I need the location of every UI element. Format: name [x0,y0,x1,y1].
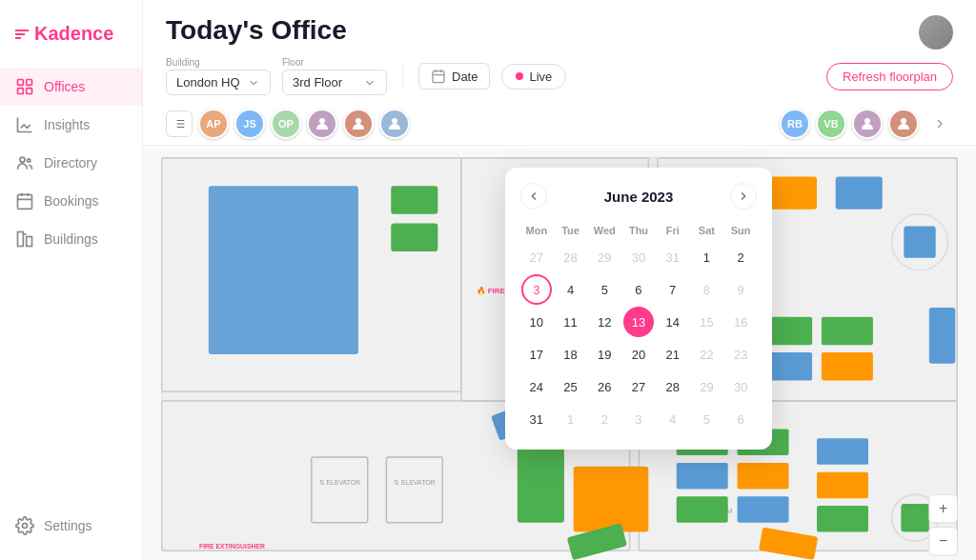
svg-text:⇅ ELEVATOR: ⇅ ELEVATOR [394,479,435,486]
cal-day[interactable]: 28 [658,371,688,402]
floor-select[interactable]: 3rd Floor [282,70,387,95]
person-icon [314,115,331,132]
main-content: Today's Office Building London HQ Floor … [143,0,976,560]
cal-day[interactable]: 26 [589,371,620,402]
svg-point-9 [23,524,28,529]
settings-icon [15,516,34,535]
cal-day-3[interactable]: 3 [521,274,552,305]
cal-day[interactable]: 18 [556,339,586,370]
next-month-button[interactable] [730,183,757,210]
svg-rect-2 [18,89,24,94]
cal-day[interactable]: 28 [556,242,586,272]
cal-day[interactable]: 24 [521,371,552,402]
building-label: Building [166,57,271,68]
sidebar-item-settings[interactable]: Settings [0,507,142,545]
cal-day[interactable]: 2 [725,242,756,272]
list-view-icon[interactable] [166,110,193,137]
cal-day[interactable]: 6 [623,274,654,305]
person-icon [386,115,403,132]
cal-day[interactable]: 5 [691,404,722,434]
cal-day[interactable]: 2 [589,404,620,434]
svg-rect-51 [817,438,868,464]
cal-day[interactable]: 10 [521,307,552,337]
cal-day[interactable]: 31 [658,242,688,272]
avatar-3[interactable] [379,109,410,139]
avatar-vb[interactable]: VB [816,109,846,139]
cal-day[interactable]: 30 [725,371,756,402]
cal-day[interactable]: 29 [691,371,722,402]
avatar-1[interactable] [307,109,337,139]
sidebar-item-buildings[interactable]: Buildings [0,220,142,258]
cal-day[interactable]: 6 [725,404,756,434]
svg-rect-20 [391,224,437,251]
prev-month-button[interactable] [520,183,547,210]
live-button[interactable]: Live [501,64,566,90]
svg-rect-27 [929,308,955,364]
cal-day[interactable]: 15 [691,307,722,337]
person-icon [350,115,367,132]
cal-day[interactable]: 12 [589,307,620,337]
floor-value: 3rd Floor [293,75,342,90]
avatar-image [919,15,953,50]
avatar-op[interactable]: OP [271,109,301,139]
page-header: Today's Office [143,0,976,50]
avatar-js[interactable]: JS [234,109,265,139]
cal-day[interactable]: 14 [658,307,688,337]
cal-day[interactable]: 1 [691,242,722,272]
cal-day[interactable]: 23 [725,339,756,370]
svg-rect-7 [18,232,24,247]
list-icon [173,117,186,130]
cal-day[interactable]: 9 [725,274,756,305]
building-select[interactable]: London HQ [166,70,271,95]
svg-text:⇅ ELEVATOR: ⇅ ELEVATOR [319,479,360,486]
dow-sat: Sat [691,221,723,240]
svg-rect-18 [209,186,358,354]
sidebar-item-insights[interactable]: Insights [0,106,142,144]
avatar-ap[interactable]: AP [198,109,229,139]
cal-day[interactable]: 4 [658,404,688,434]
cal-day[interactable]: 21 [658,339,688,370]
date-button[interactable]: Date [418,63,490,90]
cal-day[interactable]: 4 [556,274,586,305]
cal-day[interactable]: 22 [691,339,722,370]
sidebar-item-bookings[interactable]: Bookings [0,182,142,220]
directory-icon [15,153,34,172]
dow-thu: Thu [622,221,655,240]
cal-day[interactable]: 19 [589,339,620,370]
svg-rect-29 [822,317,873,345]
cal-day[interactable]: 27 [521,242,552,272]
date-label: Date [452,70,478,84]
cal-day[interactable]: 25 [556,371,586,402]
sidebar-item-bookings-label: Bookings [44,193,99,209]
cal-day-13[interactable]: 13 [623,307,654,337]
cal-day[interactable]: 17 [521,339,552,370]
svg-rect-10 [433,71,444,83]
sidebar-item-directory[interactable]: Directory [0,144,142,182]
sidebar-item-directory-label: Directory [44,155,97,170]
buildings-icon [15,230,34,249]
more-avatars-button[interactable] [926,110,953,137]
cal-day[interactable]: 8 [691,274,722,305]
cal-day[interactable]: 27 [623,371,654,402]
sidebar-item-offices[interactable]: Offices [0,68,142,106]
avatar-2[interactable] [343,109,374,139]
user-avatar[interactable] [919,15,953,50]
cal-day[interactable]: 7 [658,274,688,305]
cal-day[interactable]: 5 [589,274,620,305]
refresh-button[interactable]: Refresh floorplan [826,63,953,90]
cal-day[interactable]: 29 [589,242,620,272]
cal-day[interactable]: 11 [556,307,586,337]
avatar-rb[interactable]: RB [780,109,810,139]
avatar-5[interactable] [888,109,919,139]
svg-point-15 [901,118,906,124]
cal-day[interactable]: 1 [556,404,586,434]
cal-day[interactable]: 3 [623,404,654,434]
avatar-4[interactable] [852,109,883,139]
calendar-picker: June 2023 Mon Tue Wed Thu Fri Sat Sun 27… [505,168,772,450]
cal-day[interactable]: 30 [623,242,654,272]
cal-day[interactable]: 31 [521,404,552,434]
svg-rect-19 [391,186,437,213]
offices-icon [15,77,34,96]
cal-day[interactable]: 16 [725,307,756,337]
cal-day[interactable]: 20 [623,339,654,370]
